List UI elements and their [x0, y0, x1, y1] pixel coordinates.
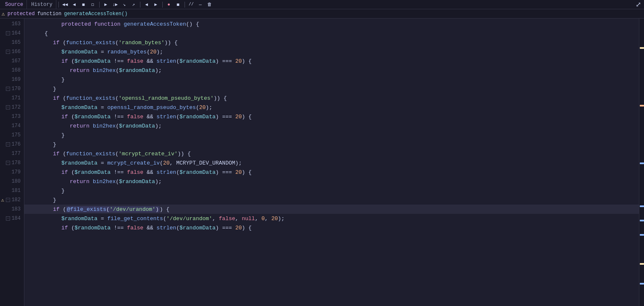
minimap[interactable] — [639, 19, 644, 306]
gutter-row-179: − 179 — [0, 168, 24, 177]
line-num-178: 178 — [10, 160, 22, 166]
line-num-174: 174 — [10, 123, 22, 129]
minimap-marker-2 — [640, 263, 644, 265]
gutter-row-184: − 184 — [0, 214, 24, 223]
info-function-label: function — [37, 11, 62, 17]
line-num-169: 169 — [10, 77, 22, 82]
gutter-row-171: − 171 — [0, 93, 24, 103]
fold-178[interactable]: − — [6, 161, 10, 165]
fold-166[interactable]: − — [6, 50, 10, 54]
toolbar-btn-next[interactable]: ▶ — [152, 1, 160, 8]
gutter-row-178: − 178 — [0, 158, 24, 168]
code-line-182: if (@file_exists('/dev/urandom')) { — [24, 205, 639, 214]
toolbar-separator-1 — [58, 2, 59, 8]
gutter-row-164: − 164 — [0, 29, 24, 38]
minimap-marker-4 — [640, 162, 644, 164]
code-line-176: if (function_exists('mcrypt_create_iv'))… — [24, 149, 639, 158]
toolbar-btn-prev[interactable]: ◀ — [143, 1, 151, 8]
fold-172[interactable]: − — [6, 105, 10, 109]
tab-source[interactable]: Source — [2, 0, 27, 9]
code-line-header: protected function generateAccessToken()… — [24, 19, 639, 29]
gutter-row-172: − 172 — [0, 103, 24, 112]
toolbar-separator-4 — [162, 2, 163, 8]
toolbar-separator-5 — [185, 2, 185, 8]
gutter-row-183: − 183 — [0, 205, 24, 214]
code-line-180: } — [24, 186, 639, 195]
fold-182[interactable]: − — [6, 198, 10, 202]
gutter-row-170: − 170 — [0, 84, 24, 93]
line-num-181: 181 — [10, 188, 22, 194]
toolbar-btn-record[interactable]: ● — [165, 1, 173, 8]
code-line-170: if (function_exists('openssl_random_pseu… — [24, 93, 639, 103]
fold-184[interactable]: − — [6, 216, 10, 221]
gutter-row-174: − 174 — [0, 121, 24, 130]
tab-history[interactable]: History — [28, 0, 56, 9]
toolbar-btn-stepin[interactable]: ↘ — [120, 1, 129, 8]
toolbar-btn-stepout[interactable]: ↗ — [129, 1, 138, 8]
line-num-165: 165 — [10, 40, 22, 45]
toolbar-separator-2 — [99, 2, 100, 8]
code-line-173: return bin2hex($randomData); — [24, 121, 639, 130]
toolbar-btn-step[interactable]: ◻ — [89, 1, 97, 8]
toolbar-btn-stop2[interactable]: ◼ — [174, 1, 182, 8]
minimap-marker-6 — [640, 220, 644, 221]
code-line-164: if (function_exists('random_bytes')) { — [24, 38, 639, 47]
code-line-163: { — [24, 29, 639, 38]
line-num-177: 177 — [10, 151, 22, 157]
line-num-168: 168 — [10, 67, 22, 73]
fold-164[interactable]: − — [6, 31, 10, 35]
gutter-row-168: − 168 — [0, 66, 24, 75]
line-num-173: 173 — [10, 114, 22, 120]
warning-icon: ⚠ — [2, 11, 5, 17]
line-num-179: 179 — [10, 169, 22, 175]
line-num-166: 166 — [10, 49, 22, 55]
minimap-marker-7 — [640, 234, 644, 236]
toolbar-btn-rewind[interactable]: ◀◀ — [61, 1, 69, 8]
toolbar-btn-back[interactable]: ◀ — [70, 1, 79, 8]
fold-170[interactable]: − — [6, 87, 10, 91]
code-line-178: if ($randomData !== false && strlen($ran… — [24, 168, 639, 177]
gutter-warn-182: ⚠ — [0, 197, 5, 203]
toolbar-btn-stepover[interactable]: ↓▶ — [111, 1, 119, 8]
minimap-marker-3 — [640, 105, 644, 106]
toolbar-btn-comment[interactable]: // — [187, 1, 195, 8]
code-line-171: $randomData = openssl_random_pseudo_byte… — [24, 103, 639, 112]
info-function-name: generateAccessToken() — [64, 11, 127, 17]
code-line-184: if ($randomData !== false && strlen($ran… — [24, 223, 639, 232]
code-area[interactable]: protected function generateAccessToken()… — [24, 19, 639, 306]
gutter-row-176: − 176 — [0, 140, 24, 149]
gutter-row-163: − 163 — [0, 19, 24, 29]
code-line-172: if ($randomData !== false && strlen($ran… — [24, 112, 639, 121]
code-line-179: return bin2hex($randomData); — [24, 177, 639, 186]
gutter-row-165: − 165 — [0, 38, 24, 47]
toolbar-btn-stop[interactable]: ◼ — [79, 1, 88, 8]
line-num-182: 182 — [10, 197, 22, 203]
gutter-row-180: − 180 — [0, 177, 24, 186]
line-num-180: 180 — [10, 178, 22, 184]
gutter-row-169: − 169 — [0, 75, 24, 84]
line-num-175: 175 — [10, 132, 22, 138]
toolbar-btn-line[interactable]: — — [196, 1, 205, 8]
code-line-174: } — [24, 130, 639, 140]
line-num-163: 163 — [10, 21, 22, 27]
gutter-row-177: − 177 — [0, 149, 24, 158]
info-bar: ⚠ protected function generateAccessToken… — [0, 9, 644, 19]
gutter-row-182: ⚠ − 182 — [0, 195, 24, 205]
code-line-167: return bin2hex($randomData); — [24, 66, 639, 75]
gutter-row-167: − 167 — [0, 56, 24, 66]
fold-176[interactable]: − — [6, 142, 10, 146]
toolbar-btn-delete[interactable]: 🗑 — [206, 1, 214, 8]
gutter-row-175: − 175 — [0, 130, 24, 140]
line-num-164: 164 — [10, 30, 22, 36]
line-num-170: 170 — [10, 86, 22, 92]
editor-area: − 163 − 164 − 165 − 166 − 167 — [0, 19, 644, 306]
code-line-168: } — [24, 75, 639, 84]
gutter: − 163 − 164 − 165 − 166 − 167 — [0, 19, 24, 306]
toolbar-separator-3 — [140, 2, 140, 8]
code-line-165: $randomData = random_bytes(20); — [24, 47, 639, 56]
toolbar-btn-maximize[interactable]: ⤢ — [634, 1, 642, 8]
toolbar-btn-breakpoint[interactable]: ▶ — [102, 1, 110, 8]
line-num-171: 171 — [10, 95, 22, 101]
minimap-marker-8 — [640, 283, 644, 285]
code-line-181: } — [24, 195, 639, 205]
